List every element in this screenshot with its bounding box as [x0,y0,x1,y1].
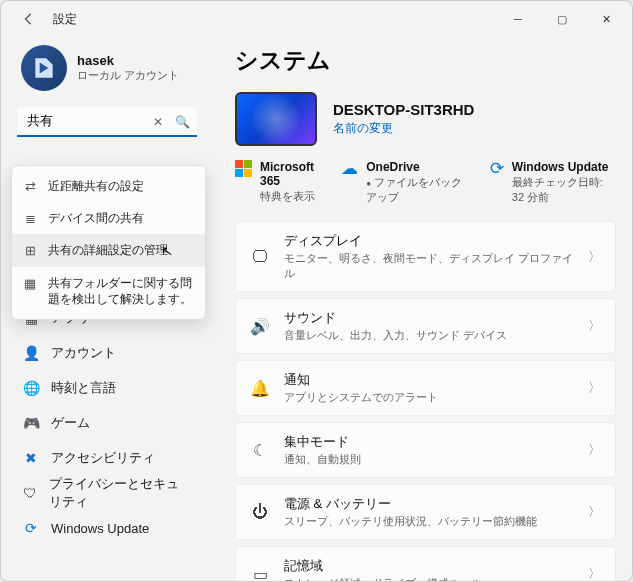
card-sub: 通知、自動規則 [284,452,574,467]
card-sub: スリープ、バッテリ使用状況、バッテリー節約機能 [284,514,574,529]
settings-card[interactable]: ⏻電源 & バッテリースリープ、バッテリ使用状況、バッテリー節約機能〉 [235,484,616,540]
tile-sub: 特典を表示 [260,189,319,204]
suggestion-item[interactable]: ⊞共有の詳細設定の管理 [12,234,205,266]
suggestion-label: 共有の詳細設定の管理 [48,242,168,258]
card-sub: モニター、明るさ、夜間モード、ディスプレイ プロファイル [284,251,574,281]
sidebar-nav: ▦アプリ👤アカウント🌐時刻と言語🎮ゲーム✖アクセシビリティ🛡プライバシーとセキュ… [9,301,205,545]
suggestion-icon: ≣ [22,211,38,226]
card-sub: ストレージ領域、ドライブ、構成ルール [284,576,574,581]
card-title: 記憶域 [284,557,574,575]
nav-icon: 🌐 [23,380,39,396]
suggestion-label: 共有フォルダーに関する問題を検出して解決します。 [48,275,195,307]
card-title: サウンド [284,309,574,327]
search-wrap: ✕ 🔍 [17,107,197,137]
close-button[interactable]: ✕ [584,4,628,34]
suggestion-icon: ⇄ [22,179,38,194]
tile-sub: 最終チェック日時: 32 分前 [512,175,616,205]
sidebar-item[interactable]: 🌐時刻と言語 [9,371,205,405]
nav-icon: 🛡 [23,485,37,501]
tile-title: OneDrive [366,160,468,174]
suggestion-label: 近距離共有の設定 [48,178,144,194]
tile-windows-update[interactable]: ⟳ Windows Update 最終チェック日時: 32 分前 [490,160,616,205]
card-icon: 🔔 [250,379,270,398]
cloud-icon: ☁ [341,160,358,177]
settings-cards: 🖵ディスプレイモニター、明るさ、夜間モード、ディスプレイ プロファイル〉🔊サウン… [235,221,616,581]
chevron-right-icon: 〉 [588,317,601,335]
page-title: システム [235,45,616,76]
device-hero: DESKTOP-SIT3RHD 名前の変更 [235,92,616,146]
card-sub: 音量レベル、出力、入力、サウンド デバイス [284,328,574,343]
settings-card[interactable]: ☾集中モード通知、自動規則〉 [235,422,616,478]
avatar [21,45,67,91]
nav-icon: ✖ [23,450,39,466]
update-icon: ⟳ [490,160,504,177]
nav-label: アカウント [51,344,116,362]
sidebar-item[interactable]: 🎮ゲーム [9,406,205,440]
tile-sub: ●ファイルをバックアップ [366,175,468,205]
settings-card[interactable]: ▭記憶域ストレージ領域、ドライブ、構成ルール〉 [235,546,616,581]
settings-card[interactable]: 🔊サウンド音量レベル、出力、入力、サウンド デバイス〉 [235,298,616,354]
settings-card[interactable]: 🖵ディスプレイモニター、明るさ、夜間モード、ディスプレイ プロファイル〉 [235,221,616,292]
nav-icon: 🎮 [23,415,39,431]
content: hasek ローカル アカウント ✕ 🔍 ⇄近距離共有の設定≣デバイス間の共有⊞… [1,37,632,581]
nav-label: アクセシビリティ [51,449,155,467]
user-name: hasek [77,53,179,68]
nav-icon: ⟳ [23,520,39,536]
search-suggestions: ⇄近距離共有の設定≣デバイス間の共有⊞共有の詳細設定の管理▦共有フォルダーに関す… [11,165,206,320]
minimize-button[interactable]: ─ [496,4,540,34]
card-title: 通知 [284,371,574,389]
card-icon: ▭ [250,565,270,582]
card-title: ディスプレイ [284,232,574,250]
chevron-right-icon: 〉 [588,441,601,459]
clear-search-icon[interactable]: ✕ [149,115,167,129]
titlebar: 設定 ─ ▢ ✕ [1,1,632,37]
chevron-right-icon: 〉 [588,248,601,266]
card-title: 電源 & バッテリー [284,495,574,513]
tile-title: Windows Update [512,160,616,174]
card-title: 集中モード [284,433,574,451]
nav-label: 時刻と言語 [51,379,116,397]
device-name: DESKTOP-SIT3RHD [333,101,474,118]
nav-label: プライバシーとセキュリティ [49,475,191,511]
tile-onedrive[interactable]: ☁ OneDrive ●ファイルをバックアップ [341,160,468,205]
settings-window: 設定 ─ ▢ ✕ hasek ローカル アカウント ✕ 🔍 [0,0,633,582]
sidebar-item[interactable]: 👤アカウント [9,336,205,370]
sidebar: hasek ローカル アカウント ✕ 🔍 ⇄近距離共有の設定≣デバイス間の共有⊞… [1,37,213,581]
sidebar-item[interactable]: ✖アクセシビリティ [9,441,205,475]
card-icon: ☾ [250,441,270,460]
nav-label: Windows Update [51,521,149,536]
window-title: 設定 [53,11,77,28]
tile-title: Microsoft 365 [260,160,319,188]
rename-link[interactable]: 名前の変更 [333,120,474,137]
chevron-right-icon: 〉 [588,503,601,521]
card-icon: 🔊 [250,317,270,336]
status-tiles: Microsoft 365 特典を表示 ☁ OneDrive ●ファイルをバック… [235,160,616,205]
suggestion-item[interactable]: ▦共有フォルダーに関する問題を検出して解決します。 [12,267,205,315]
suggestion-item[interactable]: ≣デバイス間の共有 [12,202,205,234]
back-button[interactable] [17,7,41,31]
user-sub: ローカル アカウント [77,68,179,83]
card-sub: アプリとシステムでのアラート [284,390,574,405]
device-image [235,92,317,146]
user-block[interactable]: hasek ローカル アカウント [9,37,205,107]
nav-label: ゲーム [51,414,90,432]
suggestion-icon: ⊞ [22,243,38,258]
tile-m365[interactable]: Microsoft 365 特典を表示 [235,160,319,204]
settings-card[interactable]: 🔔通知アプリとシステムでのアラート〉 [235,360,616,416]
card-icon: ⏻ [250,503,270,521]
chevron-right-icon: 〉 [588,379,601,397]
maximize-button[interactable]: ▢ [540,4,584,34]
sidebar-item[interactable]: ⟳Windows Update [9,511,205,545]
card-icon: 🖵 [250,248,270,266]
suggestion-item[interactable]: ⇄近距離共有の設定 [12,170,205,202]
chevron-right-icon: 〉 [588,565,601,581]
suggestion-label: デバイス間の共有 [48,210,144,226]
sidebar-item[interactable]: 🛡プライバシーとセキュリティ [9,476,205,510]
search-icon[interactable]: 🔍 [173,115,191,129]
suggestion-icon: ▦ [22,276,38,291]
m365-icon [235,160,252,177]
main-panel: システム DESKTOP-SIT3RHD 名前の変更 Microsoft 365… [213,37,632,581]
nav-icon: 👤 [23,345,39,361]
